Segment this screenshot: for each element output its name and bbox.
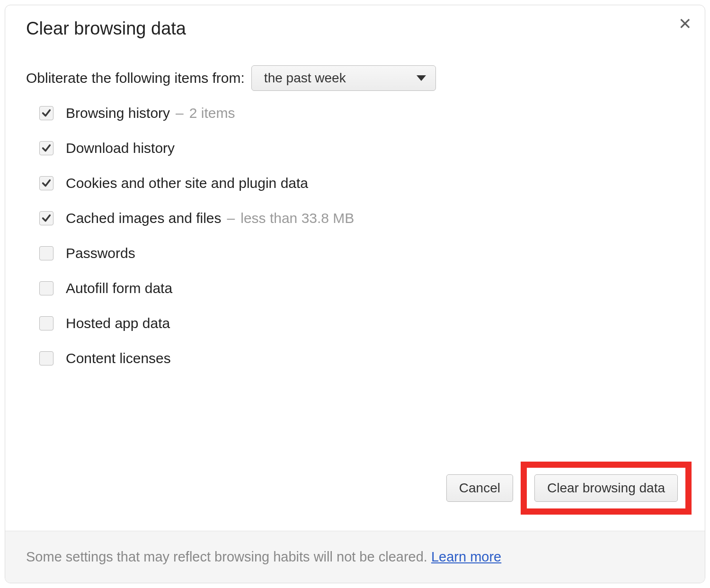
option-row: Cached images and files–less than 33.8 M…	[39, 210, 684, 226]
clear-browsing-data-dialog: ✕ Clear browsing data Obliterate the fol…	[5, 5, 705, 583]
option-row: Passwords	[39, 245, 684, 261]
option-label[interactable]: Browsing history	[66, 105, 170, 121]
option-row: Content licenses	[39, 350, 684, 366]
clear-browsing-data-button[interactable]: Clear browsing data	[534, 474, 678, 502]
option-label[interactable]: Autofill form data	[66, 280, 172, 296]
option-separator: –	[176, 105, 184, 121]
checkbox[interactable]	[39, 246, 53, 260]
options-list: Browsing history–2 itemsDownload history…	[26, 105, 684, 366]
time-range-value: the past week	[264, 71, 346, 86]
checkbox[interactable]	[39, 211, 53, 225]
dialog-content: Obliterate the following items from: the…	[5, 47, 705, 462]
checkbox[interactable]	[39, 106, 53, 120]
option-detail: 2 items	[189, 105, 235, 121]
checkbox[interactable]	[39, 141, 53, 155]
checkbox[interactable]	[39, 351, 53, 365]
option-row: Autofill form data	[39, 280, 684, 296]
cancel-button[interactable]: Cancel	[446, 474, 513, 502]
option-label[interactable]: Hosted app data	[66, 315, 170, 331]
learn-more-link[interactable]: Learn more	[431, 549, 501, 564]
option-label[interactable]: Download history	[66, 140, 175, 156]
option-row: Cookies and other site and plugin data	[39, 175, 684, 191]
highlight-annotation: Clear browsing data	[521, 462, 692, 515]
option-row: Hosted app data	[39, 315, 684, 331]
footer-text: Some settings that may reflect browsing …	[26, 549, 501, 564]
time-range-label: Obliterate the following items from:	[26, 70, 245, 86]
checkbox[interactable]	[39, 176, 53, 190]
option-separator: –	[227, 210, 235, 226]
dialog-header: Clear browsing data	[5, 5, 705, 47]
dialog-buttons: Cancel Clear browsing data	[5, 462, 705, 531]
chevron-down-icon	[417, 75, 426, 81]
checkbox[interactable]	[39, 281, 53, 295]
option-label[interactable]: Cached images and files	[66, 210, 222, 226]
close-icon[interactable]: ✕	[678, 16, 692, 32]
option-label[interactable]: Content licenses	[66, 350, 171, 366]
option-label[interactable]: Cookies and other site and plugin data	[66, 175, 308, 191]
option-detail: less than 33.8 MB	[240, 210, 354, 226]
dialog-title: Clear browsing data	[26, 18, 684, 39]
dialog-footer: Some settings that may reflect browsing …	[5, 531, 705, 583]
option-label[interactable]: Passwords	[66, 245, 135, 261]
time-range-row: Obliterate the following items from: the…	[26, 65, 684, 91]
time-range-select[interactable]: the past week	[251, 65, 436, 91]
option-row: Browsing history–2 items	[39, 105, 684, 121]
option-row: Download history	[39, 140, 684, 156]
checkbox[interactable]	[39, 316, 53, 330]
